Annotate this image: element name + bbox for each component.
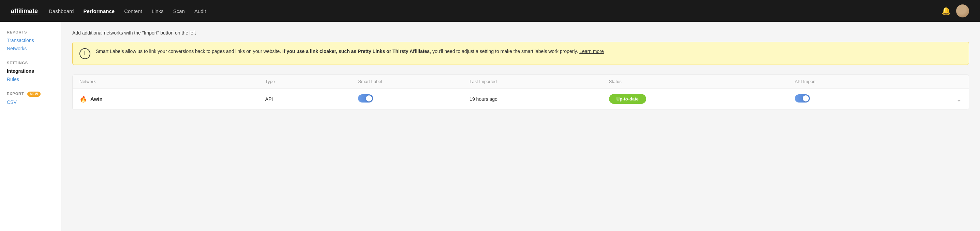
page-subtitle: Add additional networks with the "Import… <box>72 30 969 35</box>
sidebar-settings-title: SETTINGS <box>7 61 54 65</box>
nav-links[interactable]: Links <box>152 8 164 14</box>
learn-more-link[interactable]: Learn more <box>579 48 604 54</box>
col-network: Network <box>80 79 265 84</box>
col-smart-label: Smart Label <box>358 79 469 84</box>
sidebar-settings-section: SETTINGS Integrations Rules <box>7 61 54 82</box>
table-header: Network Type Smart Label Last Imported S… <box>73 75 969 88</box>
nav-right: 🔔 <box>942 5 969 18</box>
export-new-badge: NEW <box>27 91 41 97</box>
banner-text: Smart Labels allow us to link your conve… <box>96 48 604 55</box>
sidebar-item-csv[interactable]: CSV <box>7 99 54 105</box>
sidebar-item-transactions[interactable]: Transactions <box>7 38 54 43</box>
smart-label-toggle[interactable] <box>358 94 373 103</box>
cell-type: API <box>265 96 358 102</box>
networks-table: Network Type Smart Label Last Imported S… <box>72 74 969 110</box>
cell-api-import <box>795 94 934 104</box>
main-content: Add additional networks with the "Import… <box>61 22 980 231</box>
info-icon: i <box>80 48 91 59</box>
sidebar-item-networks[interactable]: Networks <box>7 46 54 51</box>
user-avatar[interactable] <box>956 5 969 18</box>
sidebar-reports-section: REPORTS Transactions Networks <box>7 30 54 51</box>
col-expand <box>934 79 962 84</box>
nav-dashboard[interactable]: Dashboard <box>49 8 74 14</box>
sidebar-item-rules[interactable]: Rules <box>7 77 54 82</box>
info-banner: i Smart Labels allow us to link your con… <box>72 42 969 65</box>
table-row: 🔥 Awin API 19 hours ago Up-to-date <box>73 88 969 110</box>
cell-status: Up-to-date <box>609 94 795 104</box>
sidebar-export-title: EXPORT NEW <box>7 91 54 96</box>
api-import-toggle[interactable] <box>795 94 810 103</box>
col-status: Status <box>609 79 795 84</box>
logo[interactable]: affilimate <box>11 8 38 15</box>
top-navigation: affilimate Dashboard Performance Content… <box>0 0 980 22</box>
sidebar-reports-title: REPORTS <box>7 30 54 34</box>
notification-bell-icon[interactable]: 🔔 <box>942 6 951 15</box>
expand-row-button[interactable]: ⌄ <box>934 95 962 103</box>
cell-network-name: 🔥 Awin <box>80 95 265 103</box>
status-badge: Up-to-date <box>609 94 646 104</box>
awin-icon: 🔥 <box>80 95 87 103</box>
page-layout: REPORTS Transactions Networks SETTINGS I… <box>0 22 980 231</box>
nav-performance[interactable]: Performance <box>83 8 115 14</box>
nav-content[interactable]: Content <box>124 8 142 14</box>
cell-last-imported: 19 hours ago <box>469 96 609 102</box>
col-last-imported: Last Imported <box>469 79 609 84</box>
col-type: Type <box>265 79 358 84</box>
cell-smart-label <box>358 94 469 104</box>
nav-scan[interactable]: Scan <box>173 8 185 14</box>
sidebar-item-integrations[interactable]: Integrations <box>7 68 54 74</box>
sidebar: REPORTS Transactions Networks SETTINGS I… <box>0 22 61 231</box>
sidebar-export-section: EXPORT NEW CSV <box>7 91 54 105</box>
nav-links: Dashboard Performance Content Links Scan… <box>49 8 206 14</box>
nav-left: affilimate Dashboard Performance Content… <box>11 8 206 15</box>
col-api-import: API Import <box>795 79 934 84</box>
nav-audit[interactable]: Audit <box>194 8 206 14</box>
